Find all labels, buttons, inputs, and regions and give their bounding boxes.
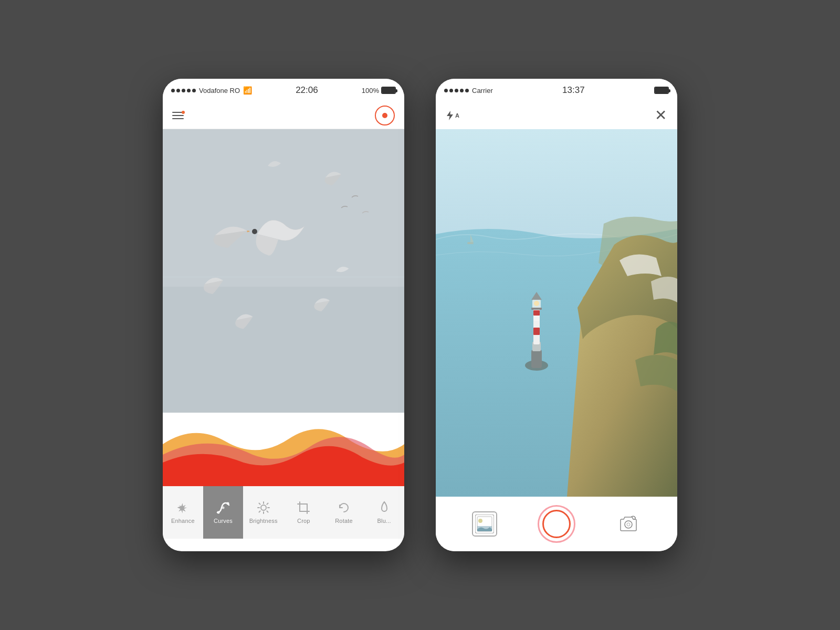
svg-rect-2 — [163, 276, 404, 278]
tool-brightness-label: Brightness — [249, 518, 278, 524]
camera-viewfinder — [436, 129, 677, 497]
lighthouse-scene — [436, 129, 677, 497]
shutter-inner — [542, 510, 571, 538]
flash-a-label: A — [455, 112, 459, 119]
svg-rect-4 — [163, 413, 404, 434]
phones-container: Vodafone RO 📶 22:06 100% — [163, 79, 677, 551]
tool-rotate[interactable]: Rotate — [324, 486, 364, 539]
svg-line-16 — [259, 511, 260, 512]
svg-rect-29 — [531, 308, 542, 310]
menu-notification-dot — [182, 111, 185, 114]
tool-brightness[interactable]: Brightness — [243, 486, 284, 539]
svg-rect-24 — [533, 328, 540, 335]
app-header-right: A ✕ — [436, 102, 677, 129]
tool-crop[interactable]: Crop — [284, 486, 324, 539]
photo-canvas — [163, 129, 404, 413]
app-header-left — [163, 102, 404, 129]
tool-curves-label: Curves — [214, 518, 233, 524]
tool-crop-label: Crop — [297, 518, 310, 524]
svg-point-8 — [261, 505, 266, 510]
svg-point-3 — [252, 229, 257, 234]
tool-blur[interactable]: Blu... — [364, 486, 404, 539]
svg-rect-1 — [163, 287, 404, 413]
shutter-button[interactable] — [538, 505, 575, 543]
svg-rect-17 — [300, 504, 307, 511]
tool-rotate-label: Rotate — [335, 518, 353, 524]
status-time-right: 13:37 — [562, 85, 585, 96]
seagull-scene — [163, 129, 404, 413]
tool-enhance-label: Enhance — [171, 518, 195, 524]
menu-button[interactable] — [172, 112, 184, 119]
camera-bottom-bar — [436, 497, 677, 551]
battery-left: 100% — [362, 87, 396, 94]
svg-point-28 — [534, 301, 539, 306]
svg-point-37 — [625, 521, 632, 528]
svg-line-15 — [267, 503, 268, 505]
svg-point-38 — [627, 523, 630, 526]
wave-visualization — [163, 413, 404, 486]
left-phone: Vodafone RO 📶 22:06 100% — [163, 79, 404, 551]
tool-enhance[interactable]: Enhance — [163, 486, 203, 539]
record-button-header[interactable] — [375, 106, 395, 125]
wifi-icon: 📶 — [243, 86, 252, 94]
svg-point-7 — [227, 502, 229, 505]
flip-camera-button[interactable] — [616, 511, 641, 537]
tool-blur-label: Blu... — [377, 518, 391, 524]
signal-strength-right — [444, 89, 469, 92]
svg-point-36 — [478, 519, 482, 523]
svg-line-14 — [267, 511, 268, 512]
svg-rect-26 — [533, 310, 540, 316]
status-bar-right: Carrier 13:37 — [436, 79, 677, 102]
flash-button[interactable]: A — [446, 110, 459, 121]
battery-right — [654, 87, 669, 94]
svg-rect-31 — [467, 242, 474, 244]
carrier-name-right: Carrier — [472, 87, 493, 94]
battery-icon — [381, 87, 396, 94]
svg-line-13 — [259, 503, 260, 505]
status-bar-left: Vodafone RO 📶 22:06 100% — [163, 79, 404, 102]
carrier-name: Vodafone RO — [199, 87, 240, 94]
toolbar: Enhance Curves — [163, 486, 404, 539]
svg-point-5 — [217, 511, 220, 514]
close-button[interactable]: ✕ — [655, 108, 667, 123]
svg-rect-21 — [531, 350, 542, 368]
gallery-button[interactable] — [472, 511, 497, 537]
signal-strength — [171, 89, 196, 92]
status-time-left: 22:06 — [296, 85, 318, 96]
tool-curves[interactable]: Curves — [203, 486, 244, 539]
right-phone: Carrier 13:37 A ✕ — [436, 79, 677, 551]
svg-point-6 — [222, 507, 225, 509]
